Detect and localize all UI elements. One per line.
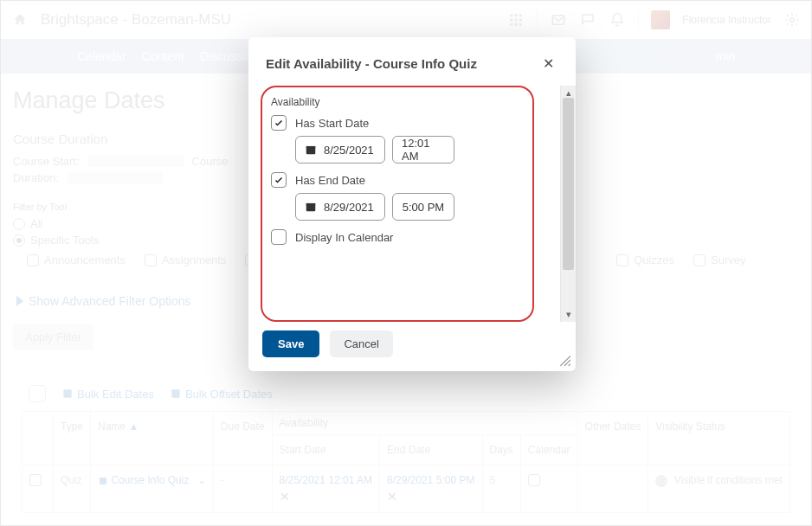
scroll-down-icon[interactable]: ▾: [566, 309, 571, 320]
has-start-label: Has Start Date: [295, 117, 369, 130]
calendar-icon: [305, 144, 317, 156]
resize-grip-icon[interactable]: [558, 354, 570, 366]
display-calendar-checkbox[interactable]: [271, 229, 287, 245]
end-time-field[interactable]: 5:00 PM: [392, 193, 454, 221]
modal-scrollbar[interactable]: ▴ ▾: [560, 86, 576, 322]
has-end-checkbox[interactable]: [271, 172, 287, 188]
display-calendar-label: Display In Calendar: [295, 231, 393, 244]
save-button[interactable]: Save: [262, 330, 319, 357]
calendar-icon: [305, 201, 317, 213]
cancel-button[interactable]: Cancel: [330, 330, 392, 357]
edit-availability-modal: Edit Availability - Course Info Quiz ✕ A…: [248, 37, 576, 371]
start-time-field[interactable]: 12:01 AM: [392, 136, 454, 164]
svg-rect-15: [306, 146, 316, 148]
modal-title: Edit Availability - Course Info Quiz: [266, 56, 538, 71]
modal-close-button[interactable]: ✕: [538, 53, 558, 74]
availability-group-label: Availability: [271, 96, 520, 108]
start-date-field[interactable]: 8/25/2021: [295, 136, 385, 164]
availability-group: Availability Has Start Date 8/25/2021 12…: [261, 86, 534, 322]
has-end-label: Has End Date: [295, 174, 365, 187]
has-start-checkbox[interactable]: [271, 115, 287, 131]
svg-rect-17: [306, 203, 316, 205]
scroll-thumb[interactable]: [563, 98, 574, 270]
end-date-field[interactable]: 8/29/2021: [295, 193, 385, 221]
